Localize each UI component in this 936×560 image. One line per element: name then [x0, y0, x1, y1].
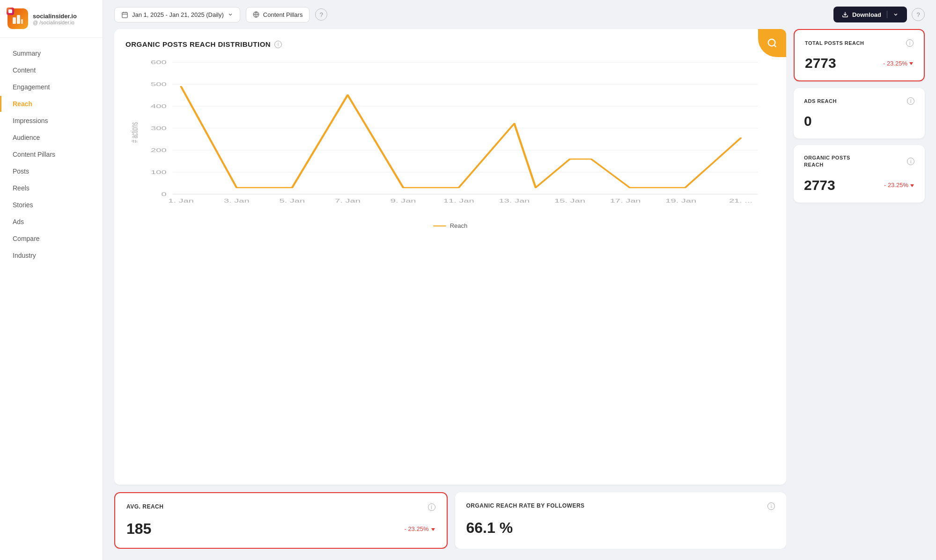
sidebar-logo: socialinsider.io @ /socialinsider.io: [0, 0, 103, 38]
content-pillars-button[interactable]: Content Pillars: [246, 7, 310, 22]
left-section: ORGANIC POSTS REACH DISTRIBUTION i 600: [114, 29, 786, 549]
avg-reach-info-icon[interactable]: i: [428, 503, 435, 511]
avg-reach-card: AVG. REACH i 185 - 23.25%: [114, 492, 448, 549]
svg-rect-1: [17, 15, 20, 24]
chart-card: ORGANIC POSTS REACH DISTRIBUTION i 600: [114, 29, 786, 485]
svg-text:17. Jan: 17. Jan: [610, 198, 641, 204]
help-icon-inline[interactable]: ?: [315, 8, 327, 21]
sidebar-item-posts[interactable]: Posts: [0, 163, 103, 179]
avg-reach-value-row: 185 - 23.25%: [126, 520, 435, 538]
total-posts-reach-change: - 23.25%: [883, 60, 914, 67]
legend-label: Reach: [450, 222, 468, 229]
sidebar-item-stories[interactable]: Stories: [0, 197, 103, 213]
sidebar-item-audience[interactable]: Audience: [0, 130, 103, 145]
svg-text:15. Jan: 15. Jan: [554, 198, 585, 204]
svg-marker-39: [909, 62, 913, 65]
legend-line: [433, 225, 446, 226]
svg-rect-3: [122, 12, 127, 17]
date-range-text: Jan 1, 2025 - Jan 21, 2025 (Daily): [132, 11, 224, 18]
y-axis: 600 500 400 300 200: [151, 59, 758, 197]
organic-posts-reach-value: 2773: [804, 177, 835, 193]
sidebar-item-summary[interactable]: Summary: [0, 45, 103, 61]
svg-text:21. ...: 21. ...: [729, 198, 752, 204]
ads-reach-value: 0: [804, 113, 812, 129]
total-posts-reach-title-row: TOTAL POSTS REACH i: [805, 39, 914, 47]
svg-rect-0: [13, 17, 16, 24]
svg-text:3. Jan: 3. Jan: [224, 198, 250, 204]
x-axis: 1. Jan 3. Jan 5. Jan 7. Jan 9. Jan 11. J…: [168, 198, 752, 204]
svg-text:300: 300: [151, 125, 166, 131]
svg-text:13. Jan: 13. Jan: [499, 198, 530, 204]
svg-marker-38: [431, 528, 435, 531]
organic-posts-reach-card: ORGANIC POSTSREACH i 2773 - 23.25%: [794, 145, 925, 203]
sidebar: socialinsider.io @ /socialinsider.io Sum…: [0, 0, 103, 560]
organic-reach-rate-info-icon[interactable]: i: [767, 502, 775, 510]
download-label: Download: [852, 11, 881, 18]
right-section: TOTAL POSTS REACH i 2773 - 23.25% ADS: [794, 29, 925, 549]
sidebar-item-impressions[interactable]: Impressions: [0, 113, 103, 129]
avg-reach-value: 185: [126, 520, 151, 538]
instagram-icon: [7, 7, 14, 15]
reach-chart-svg: 600 500 400 300 200: [125, 58, 775, 207]
content-pillars-label: Content Pillars: [263, 11, 303, 18]
organic-posts-reach-info-icon[interactable]: i: [907, 158, 914, 165]
logo-graphic: [12, 13, 24, 25]
organic-reach-rate-value-row: 66.1 %: [466, 519, 775, 537]
ads-reach-info-icon[interactable]: i: [907, 97, 914, 105]
organic-reach-rate-value: 66.1 %: [466, 519, 513, 537]
svg-point-10: [768, 39, 775, 46]
organic-reach-rate-title-row: ORGANIC REACH RATE BY FOLLOWERS i: [466, 502, 775, 510]
organic-reach-down-arrow: [910, 183, 914, 188]
main-area: Jan 1, 2025 - Jan 21, 2025 (Daily) Conte…: [103, 0, 936, 560]
logo-handle: @ /socialinsider.io: [33, 20, 77, 25]
pillars-icon: [253, 11, 259, 18]
svg-text:1. Jan: 1. Jan: [168, 198, 194, 204]
date-range-selector[interactable]: Jan 1, 2025 - Jan 21, 2025 (Daily): [114, 7, 240, 22]
organic-posts-reach-title: ORGANIC POSTSREACH: [804, 154, 850, 169]
total-posts-reach-info-icon[interactable]: i: [906, 39, 914, 47]
reach-line: [181, 87, 741, 188]
svg-text:200: 200: [151, 147, 166, 153]
sidebar-item-content-pillars[interactable]: Content Pillars: [0, 146, 103, 162]
ads-reach-title: ADS REACH: [804, 98, 837, 104]
organic-posts-reach-change: - 23.25%: [884, 182, 914, 189]
ads-reach-title-row: ADS REACH i: [804, 97, 914, 105]
chart-title-row: ORGANIC POSTS REACH DISTRIBUTION i: [125, 40, 775, 48]
chart-title: ORGANIC POSTS REACH DISTRIBUTION: [125, 40, 271, 48]
chart-info-icon[interactable]: i: [274, 41, 282, 48]
svg-text:500: 500: [151, 81, 166, 87]
content-area: ORGANIC POSTS REACH DISTRIBUTION i 600: [103, 29, 936, 560]
total-posts-reach-value-row: 2773 - 23.25%: [805, 55, 914, 71]
organic-reach-rate-card: ORGANIC REACH RATE BY FOLLOWERS i 66.1 %: [455, 492, 787, 549]
organic-reach-rate-title: ORGANIC REACH RATE BY FOLLOWERS: [466, 502, 585, 509]
svg-text:0: 0: [161, 191, 166, 197]
topbar-right: Download ?: [833, 7, 925, 22]
chart-search-button[interactable]: [758, 29, 786, 57]
download-button[interactable]: Download: [833, 7, 907, 22]
sidebar-item-engagement[interactable]: Engagement: [0, 79, 103, 95]
help-button-top[interactable]: ?: [912, 8, 925, 21]
chart-legend: Reach: [125, 222, 775, 229]
sidebar-item-reach[interactable]: Reach: [0, 96, 103, 112]
bottom-cards: AVG. REACH i 185 - 23.25%: [114, 492, 786, 549]
organic-posts-reach-value-row: 2773 - 23.25%: [804, 177, 914, 193]
svg-text:19. Jan: 19. Jan: [665, 198, 696, 204]
download-icon: [842, 11, 848, 18]
sidebar-item-content[interactable]: Content: [0, 62, 103, 78]
sidebar-item-compare[interactable]: Compare: [0, 231, 103, 247]
total-posts-reach-value: 2773: [805, 55, 836, 71]
chart-container: 600 500 400 300 200: [125, 58, 775, 217]
sidebar-item-reels[interactable]: Reels: [0, 180, 103, 196]
avg-reach-change: - 23.25%: [404, 525, 435, 532]
calendar-icon: [121, 11, 128, 18]
avg-reach-title-row: AVG. REACH i: [126, 503, 435, 511]
svg-text:7. Jan: 7. Jan: [335, 198, 361, 204]
svg-text:# actions: # actions: [129, 122, 139, 143]
divider: [887, 11, 887, 18]
svg-text:5. Jan: 5. Jan: [280, 198, 305, 204]
topbar: Jan 1, 2025 - Jan 21, 2025 (Daily) Conte…: [103, 0, 936, 29]
sidebar-item-industry[interactable]: Industry: [0, 247, 103, 263]
chevron-down-icon: [228, 12, 233, 17]
sidebar-item-ads[interactable]: Ads: [0, 214, 103, 230]
download-chevron-icon: [893, 12, 899, 17]
